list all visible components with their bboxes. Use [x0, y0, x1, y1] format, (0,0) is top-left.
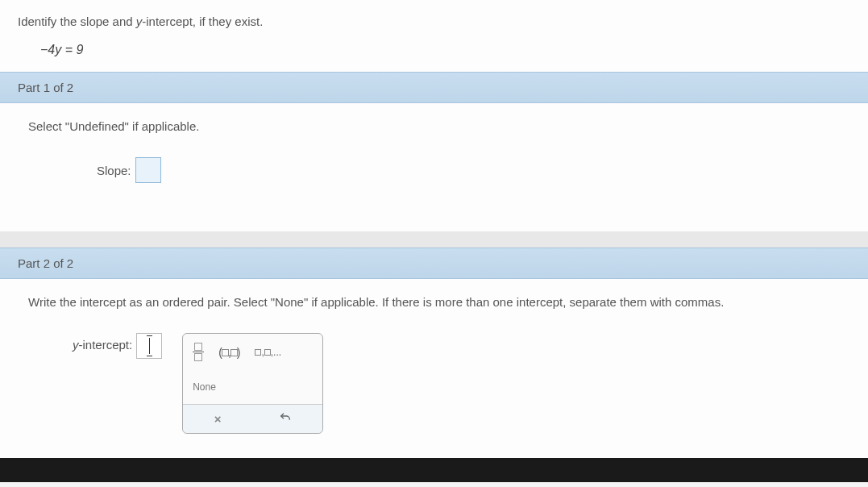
yintercept-input[interactable]	[136, 333, 162, 359]
question-container: Identify the slope and y-intercept, if t…	[0, 0, 868, 482]
part-spacer	[0, 231, 868, 248]
toolbox-row-1: (,) ,,...	[183, 334, 322, 370]
part1-instruction: Select "Undefined" if applicable.	[28, 119, 850, 133]
undo-icon	[279, 411, 292, 424]
yintercept-label-var: y	[73, 338, 79, 352]
part2-header: Part 2 of 2	[0, 248, 868, 279]
fraction-tool[interactable]	[193, 342, 204, 362]
math-toolbox: (,) ,,... None ×	[182, 333, 323, 434]
part2-body: Write the intercept as an ordered pair. …	[0, 279, 868, 458]
prompt-text-pre: Identify the slope and	[18, 15, 136, 28]
toolbox-row-2: None	[183, 370, 322, 404]
part1-header: Part 1 of 2	[0, 72, 868, 103]
toolbox-row-3: ×	[183, 404, 322, 433]
none-tool[interactable]: None	[193, 378, 216, 396]
equation-display: −4y = 9	[0, 36, 868, 72]
text-cursor	[149, 338, 150, 354]
fraction-denominator-icon	[194, 353, 202, 361]
list-tool[interactable]: ,,...	[255, 347, 281, 358]
slope-label: Slope:	[97, 164, 131, 177]
prompt-text-post: -intercept, if they exist.	[142, 15, 263, 28]
undo-tool[interactable]	[279, 411, 292, 427]
fraction-numerator-icon	[194, 343, 202, 351]
yintercept-field-row: y-intercept: (,) ,,... None	[73, 333, 850, 434]
question-prompt: Identify the slope and y-intercept, if t…	[18, 15, 263, 28]
question-header: Identify the slope and y-intercept, if t…	[0, 0, 868, 36]
slope-field-row: Slope:	[97, 157, 850, 183]
part2-instruction: Write the intercept as an ordered pair. …	[28, 295, 850, 309]
yintercept-label-post: -intercept:	[79, 338, 133, 352]
fraction-bar-icon	[193, 352, 204, 352]
slope-input[interactable]	[135, 157, 161, 183]
bottom-bar	[0, 458, 868, 482]
ordered-pair-tool[interactable]: (,)	[218, 346, 240, 359]
yintercept-label: y-intercept:	[73, 333, 132, 352]
part1-body: Select "Undefined" if applicable. Slope:	[0, 103, 868, 231]
clear-tool[interactable]: ×	[214, 412, 222, 426]
